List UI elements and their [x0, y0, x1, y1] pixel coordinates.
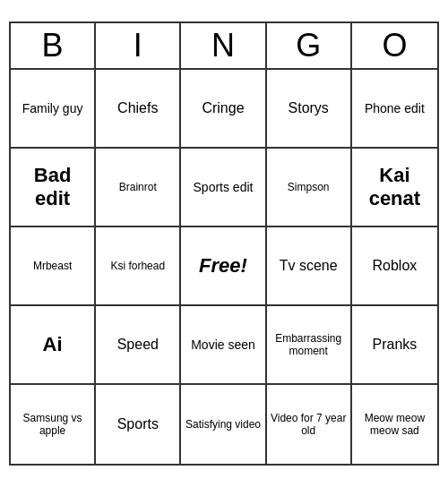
- bingo-cell-0: Family guy: [11, 70, 96, 149]
- bingo-cell-18: Embarrassing moment: [267, 306, 352, 385]
- bingo-cell-12: Free!: [181, 227, 266, 306]
- bingo-cell-21: Sports: [96, 385, 181, 464]
- bingo-cell-22: Satisfying video: [181, 385, 266, 464]
- bingo-cell-13: Tv scene: [267, 227, 352, 306]
- bingo-cell-10: Mrbeast: [11, 227, 96, 306]
- bingo-cell-17: Movie seen: [181, 306, 266, 385]
- bingo-card: BINGO Family guyChiefsCringeStorysPhone …: [9, 21, 439, 466]
- bingo-cell-19: Pranks: [352, 306, 437, 385]
- bingo-cell-6: Brainrot: [96, 149, 181, 227]
- bingo-cell-15: Ai: [11, 306, 96, 385]
- bingo-cell-1: Chiefs: [96, 70, 181, 149]
- bingo-cell-9: Kai cenat: [352, 149, 437, 227]
- bingo-cell-7: Sports edit: [181, 149, 266, 227]
- bingo-cell-24: Meow meow meow sad: [352, 385, 437, 464]
- bingo-cell-2: Cringe: [181, 70, 266, 149]
- bingo-header: BINGO: [11, 23, 437, 70]
- bingo-letter-b: B: [11, 23, 96, 68]
- bingo-cell-14: Roblox: [352, 227, 437, 306]
- bingo-letter-i: I: [96, 23, 181, 68]
- bingo-letter-n: N: [181, 23, 266, 68]
- bingo-letter-g: G: [267, 23, 352, 68]
- bingo-cell-5: Bad edit: [11, 149, 96, 227]
- bingo-cell-11: Ksi forhead: [96, 227, 181, 306]
- bingo-letter-o: O: [352, 23, 437, 68]
- bingo-grid: Family guyChiefsCringeStorysPhone editBa…: [11, 70, 437, 464]
- bingo-cell-3: Storys: [267, 70, 352, 149]
- bingo-cell-20: Samsung vs apple: [11, 385, 96, 464]
- bingo-cell-4: Phone edit: [352, 70, 437, 149]
- bingo-cell-23: Video for 7 year old: [267, 385, 352, 464]
- bingo-cell-16: Speed: [96, 306, 181, 385]
- bingo-cell-8: Simpson: [267, 149, 352, 227]
